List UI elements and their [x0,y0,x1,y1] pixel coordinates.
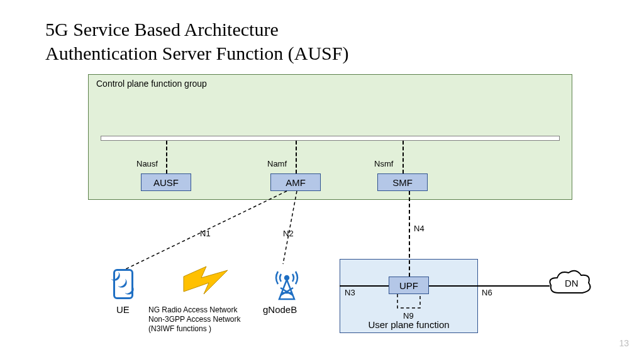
label-nsmf: Nsmf [374,159,393,168]
label-n1: N1 [200,229,211,238]
user-plane-label: User plane function [340,319,477,330]
label-n3: N3 [345,288,355,297]
control-plane-label: Control plane function group [96,79,207,89]
connector-nausf [166,141,167,173]
slide-title: 5G Service Based Architecture Authentica… [45,18,348,65]
label-namf: Namf [267,159,287,168]
ran-description: NG Radio Access Network Non-3GPP Access … [148,305,249,334]
label-n4: N4 [414,224,425,233]
service-bus [101,136,560,141]
connector-namf [296,141,297,173]
node-amf: AMF [270,173,321,191]
title-line2: Authentication Server Function (AUSF) [45,43,348,63]
connector-n3 [340,285,389,287]
label-nausf: Nausf [136,159,158,168]
label-dn: DN [565,278,579,288]
label-n9: N9 [403,311,414,321]
connector-n4 [409,191,410,277]
node-smf: SMF [377,173,428,191]
label-ue: UE [116,304,130,315]
node-ausf: AUSF [141,173,191,191]
lightning-icon [179,264,235,299]
wifi-glyph: ❩❩❩ [108,269,138,299]
gnodeb-icon [272,264,302,302]
svg-marker-2 [184,266,228,294]
page-number: 13 [619,338,629,348]
node-upf: UPF [389,277,429,294]
label-gnodeb: gNodeB [263,304,297,315]
ue-icon: ❩❩❩ [113,269,133,299]
label-n2: N2 [283,229,294,238]
title-line1: 5G Service Based Architecture [45,19,279,40]
label-n6: N6 [482,288,492,297]
svg-line-1 [283,191,297,264]
connector-nsmf [402,141,404,173]
connector-n6 [429,285,550,287]
